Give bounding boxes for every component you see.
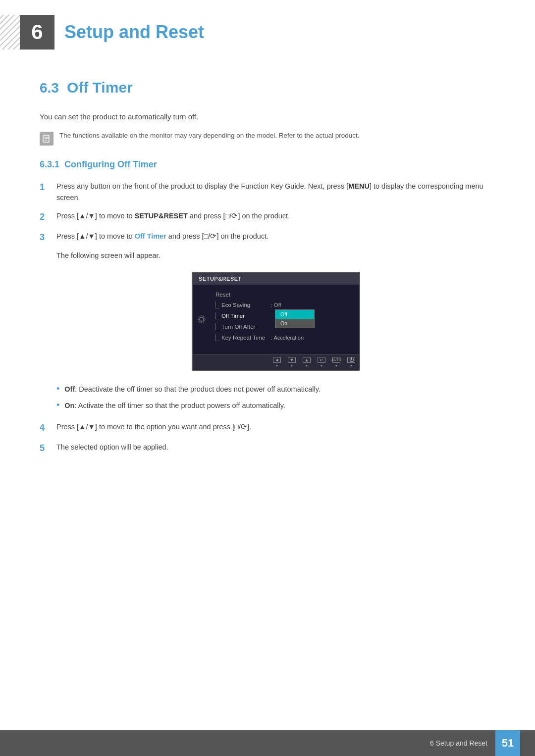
step-5-number: 5 xyxy=(40,442,50,455)
chapter-number-box: 6 xyxy=(20,15,54,50)
eco-indent-line xyxy=(215,302,219,308)
bullet-item-off: • Off: Deactivate the off timer so that … xyxy=(56,384,495,395)
step-1: 1 Press any button on the front of the p… xyxy=(40,181,495,203)
page-footer: 6 Setup and Reset 51 xyxy=(0,730,535,756)
monitor-menu-title: SETUP&RESET xyxy=(199,276,242,282)
monitor-row-keyrepeat: Key Repeat Time : Acceleration xyxy=(215,332,359,343)
btn-auto-icon: AUTO xyxy=(332,357,340,363)
confirm-key-3: □/⟳ xyxy=(204,232,217,240)
pencil-icon xyxy=(42,134,51,143)
step-1-text: Press any button on the front of the pro… xyxy=(56,181,495,203)
bullet-dot-on: • xyxy=(56,400,59,411)
keyrepeat-value: : Acceleration xyxy=(271,335,304,341)
menu-key: MENU xyxy=(348,182,370,190)
section-number: 6.3 xyxy=(40,80,59,96)
btn-power-icon: ⏻ xyxy=(347,357,355,363)
subsection-number: 6.3.1 xyxy=(40,159,59,170)
bullet-item-on: • On: Activate the off timer so that the… xyxy=(56,400,495,411)
btn-enter: ↵ ▼ xyxy=(318,357,325,367)
keyrepeat-label: Key Repeat Time xyxy=(221,335,271,341)
confirm-key-2: □/⟳ xyxy=(225,212,238,220)
off-desc: : Deactivate the off timer so that the p… xyxy=(75,385,321,393)
step-4-text: Press [▲/▼] to move to the option you wa… xyxy=(56,421,495,433)
off-term: Off xyxy=(64,385,75,393)
keyrepeat-indent-line xyxy=(215,334,219,341)
monitor-screenshot: SETUP&RESET Reset xyxy=(56,272,495,371)
turnoff-label: Turn Off After xyxy=(221,324,271,330)
monitor-left-icon xyxy=(193,290,211,349)
dropdown-off: Off xyxy=(275,310,314,319)
monitor-menu-body: Reset Eco Saving : Off Off Timer xyxy=(193,285,359,354)
monitor-bottom-bar: ◄ ▼ ▼ ▼ ▲ ▼ ↵ xyxy=(193,354,359,370)
btn-auto: AUTO ▼ xyxy=(332,357,340,367)
step-4: 4 Press [▲/▼] to move to the option you … xyxy=(40,421,495,435)
reset-label: Reset xyxy=(215,292,265,298)
monitor-ui: SETUP&RESET Reset xyxy=(192,272,360,371)
step-3: 3 Press [▲/▼] to move to Off Timer and p… xyxy=(40,231,495,244)
dropdown-on: On xyxy=(275,319,314,328)
step-4-number: 4 xyxy=(40,421,50,435)
section-title: Off Timer xyxy=(67,79,133,96)
note-text: The functions available on the monitor m… xyxy=(59,131,360,141)
subsection-heading: 6.3.1 Configuring Off Timer xyxy=(40,159,495,170)
main-content: 6.3 Off Timer You can set the product to… xyxy=(0,59,535,504)
steps-list-2: 4 Press [▲/▼] to move to the option you … xyxy=(40,421,495,455)
svg-point-4 xyxy=(200,317,204,321)
bullet-list: • Off: Deactivate the off timer so that … xyxy=(56,384,495,411)
step-2: 2 Press [▲/▼] to move to SETUP&RESET and… xyxy=(40,210,495,224)
step-1-number: 1 xyxy=(40,181,50,194)
off-timer-label: Off Timer xyxy=(135,232,166,240)
step-2-text: Press [▲/▼] to move to SETUP&RESET and p… xyxy=(56,210,495,222)
monitor-menu-items: Reset Eco Saving : Off Off Timer xyxy=(211,290,359,349)
step-5-text: The selected option will be applied. xyxy=(56,442,495,453)
page-header: 6 Setup and Reset xyxy=(0,0,535,59)
eco-label: Eco Saving xyxy=(221,302,271,308)
section-heading: 6.3 Off Timer xyxy=(40,79,495,96)
btn-left-icon: ◄ xyxy=(273,357,281,363)
step-2-number: 2 xyxy=(40,210,50,224)
turnoff-indent-line xyxy=(215,323,219,330)
btn-up-icon: ▲ xyxy=(303,357,311,363)
eco-value: : Off xyxy=(271,302,281,308)
footer-page-number: 51 xyxy=(495,730,520,756)
step-5: 5 The selected option will be applied. xyxy=(40,442,495,455)
off-timer-dropdown: Off On xyxy=(275,309,315,328)
section-body-text: You can set the product to automatically… xyxy=(40,111,495,123)
offtimer-indent-line xyxy=(215,312,219,319)
monitor-menu-bar: SETUP&RESET xyxy=(193,273,359,285)
off-timer-menu-label: Off Timer xyxy=(221,313,271,319)
on-term: On xyxy=(64,402,74,409)
btn-down: ▼ ▼ xyxy=(288,357,296,367)
step-3-number: 3 xyxy=(40,231,50,244)
btn-enter-icon: ↵ xyxy=(318,357,325,363)
bullet-dot-off: • xyxy=(56,384,59,395)
gear-icon xyxy=(196,314,207,325)
setup-reset-label: SETUP&RESET xyxy=(135,212,188,220)
on-desc: : Activate the off timer so that the pro… xyxy=(74,402,285,409)
monitor-row-reset: Reset xyxy=(215,290,359,300)
btn-power-label: ▼ xyxy=(350,364,353,367)
btn-down-icon: ▼ xyxy=(288,357,296,363)
footer-text: 6 Setup and Reset xyxy=(430,739,487,747)
btn-up-label: ▼ xyxy=(305,364,309,367)
btn-auto-label: ▼ xyxy=(335,364,338,367)
bullet-text-on: On: Activate the off timer so that the p… xyxy=(64,400,285,411)
btn-power: ⏻ ▼ xyxy=(347,357,355,367)
note-icon xyxy=(40,132,54,146)
chapter-title: Setup and Reset xyxy=(64,22,204,43)
note-box: The functions available on the monitor m… xyxy=(40,131,495,146)
subsection-title: Configuring Off Timer xyxy=(64,159,157,170)
step-3-text: Press [▲/▼] to move to Off Timer and pre… xyxy=(56,231,495,242)
step-3-sub-text: The following screen will appear. xyxy=(56,250,495,261)
bullet-text-off: Off: Deactivate the off timer so that th… xyxy=(64,384,321,395)
svg-point-5 xyxy=(198,316,205,323)
monitor-row-eco: Eco Saving : Off xyxy=(215,300,359,310)
chapter-number: 6 xyxy=(31,20,43,44)
dropdown-container: Off On xyxy=(275,309,315,328)
monitor-row-offtimer: Off Timer Off On xyxy=(215,310,359,321)
btn-up: ▲ ▼ xyxy=(303,357,311,367)
steps-list: 1 Press any button on the front of the p… xyxy=(40,181,495,244)
btn-left: ◄ ▼ xyxy=(273,357,281,367)
btn-enter-label: ▼ xyxy=(320,364,323,367)
btn-left-label: ▼ xyxy=(275,364,279,367)
